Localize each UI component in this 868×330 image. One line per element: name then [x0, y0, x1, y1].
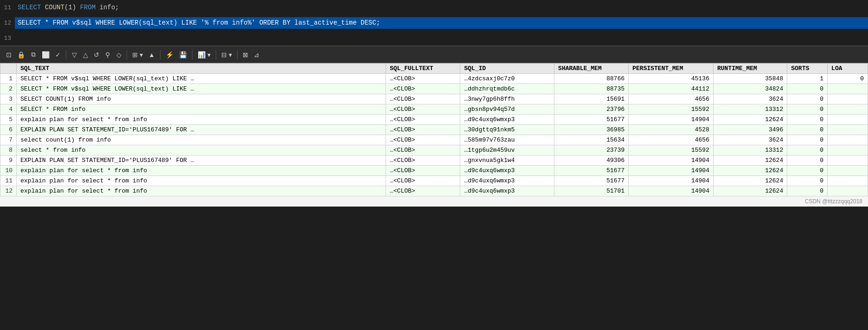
col-header-loa[interactable]: LOA: [828, 64, 868, 74]
search-button[interactable]: ⚲: [103, 49, 113, 60]
cell-sql-text: explain plan for select * from info: [17, 186, 386, 196]
cell-sql-id: …585m97v763zau: [460, 135, 554, 145]
table-row[interactable]: 8select * from info…<CLOB>…1tgp6u2m459uv…: [0, 145, 868, 155]
row-select-button[interactable]: ⊡: [4, 49, 14, 60]
cell-runtime-mem: 12624: [713, 176, 787, 186]
table-row[interactable]: 7select count(1) from info…<CLOB>…585m97…: [0, 135, 868, 145]
table-row[interactable]: 9EXPLAIN PLAN SET STATEMENT_ID='PLUS1674…: [0, 155, 868, 166]
cell-persistent-mem: 4528: [629, 125, 714, 135]
cell-sql-fulltext: …<CLOB>: [386, 135, 460, 145]
cell-sharable-mem: 15634: [554, 135, 629, 145]
cell-loa: [828, 166, 868, 176]
cell-sorts: 0: [787, 135, 828, 145]
check-button[interactable]: ✓: [53, 49, 63, 60]
sql-line-11[interactable]: 11 SELECT COUNT(1) FROM info;: [0, 0, 868, 15]
cell-persistent-mem: 4656: [629, 135, 714, 145]
chart-button[interactable]: 📊 ▾: [195, 49, 213, 60]
cell-rownum: 3: [0, 94, 17, 104]
separator-1: [66, 50, 66, 59]
cell-sharable-mem: 51677: [554, 166, 629, 176]
table-row[interactable]: 12explain plan for select * from info…<C…: [0, 186, 868, 196]
sql-line-13[interactable]: 13: [0, 31, 868, 45]
col-header-runtime-mem[interactable]: RUNTIME_MEM: [713, 64, 787, 74]
clear-button[interactable]: ◇: [114, 49, 124, 60]
table-header-row: SQL_TEXT SQL_FULLTEXT SQL_ID SHARABLE_ME…: [0, 64, 868, 74]
col-header-rownum[interactable]: [0, 64, 17, 74]
sql-editor[interactable]: 11 SELECT COUNT(1) FROM info; 12 SELECT …: [0, 0, 868, 46]
table-row[interactable]: 5explain plan for select * from info…<CL…: [0, 115, 868, 125]
cell-sql-text: SELECT * FROM info: [17, 104, 386, 115]
separator-3: [160, 50, 161, 59]
cell-rownum: 5: [0, 115, 17, 125]
cell-loa: [828, 104, 868, 115]
col-header-sql-text[interactable]: SQL_TEXT: [17, 64, 386, 74]
connect-button[interactable]: ⚡: [163, 49, 176, 60]
table-button[interactable]: ⊟ ▾: [219, 49, 234, 60]
cell-sql-id: …d9c4uxq6wmxp3: [460, 176, 554, 186]
up-button[interactable]: ▲: [146, 49, 157, 60]
filter-up-button[interactable]: △: [80, 49, 90, 60]
cell-sql-fulltext: …<CLOB>: [386, 155, 460, 166]
cell-rownum: 12: [0, 186, 17, 196]
cell-sql-fulltext: …<CLOB>: [386, 166, 460, 176]
grid-button[interactable]: ⊞ ▾: [130, 49, 145, 60]
funnel-button[interactable]: ⊿: [251, 49, 262, 60]
cell-loa: [828, 84, 868, 94]
cell-loa: [828, 94, 868, 104]
cell-sql-text: SELECT * FROM v$sql WHERE LOWER(sql_text…: [17, 74, 386, 84]
cell-sql-text: explain plan for select * from info: [17, 176, 386, 186]
cell-sorts: 0: [787, 176, 828, 186]
cell-sorts: 0: [787, 125, 828, 135]
table-row[interactable]: 1SELECT * FROM v$sql WHERE LOWER(sql_tex…: [0, 74, 868, 84]
cell-persistent-mem: 15592: [629, 104, 714, 115]
table-row[interactable]: 11explain plan for select * from info…<C…: [0, 176, 868, 186]
line-content-13[interactable]: [15, 37, 868, 39]
cell-rownum: 2: [0, 84, 17, 94]
copy-button[interactable]: ⧉: [28, 49, 39, 60]
sql-line-12[interactable]: 12 SELECT * FROM v$sql WHERE LOWER(sql_t…: [0, 15, 868, 31]
separator-5: [216, 50, 216, 59]
cell-loa: [828, 135, 868, 145]
cell-sorts: 0: [787, 186, 828, 196]
cell-rownum: 9: [0, 155, 17, 166]
table-row[interactable]: 3SELECT COUNT(1) FROM info…<CLOB>…3nwy7g…: [0, 94, 868, 104]
cell-runtime-mem: 12624: [713, 155, 787, 166]
line-number-12: 12: [0, 19, 15, 26]
table-row[interactable]: 6EXPLAIN PLAN SET STATEMENT_ID='PLUS1674…: [0, 125, 868, 135]
cell-sql-text: EXPLAIN PLAN SET STATEMENT_ID='PLUS16748…: [17, 125, 386, 135]
cell-sorts: 0: [787, 166, 828, 176]
col-header-persistent-mem[interactable]: PERSISTENT_MEM: [629, 64, 714, 74]
filter-down-button[interactable]: ▽: [69, 49, 79, 60]
cell-rownum: 1: [0, 74, 17, 84]
cell-sql-id: …3nwy7gp6h8ffh: [460, 94, 554, 104]
cell-loa: [828, 125, 868, 135]
line-content-11[interactable]: SELECT COUNT(1) FROM info;: [15, 2, 868, 13]
col-header-sorts[interactable]: SORTS: [787, 64, 828, 74]
cell-loa: [828, 176, 868, 186]
table-row[interactable]: 4SELECT * FROM info…<CLOB>…gbsn8pv94q57d…: [0, 104, 868, 115]
cell-rownum: 11: [0, 176, 17, 186]
col-header-sharable-mem[interactable]: SHARABLE_MEM: [554, 64, 629, 74]
table-row[interactable]: 2SELECT * FROM v$sql WHERE LOWER(sql_tex…: [0, 84, 868, 94]
col-header-sql-id[interactable]: SQL_ID: [460, 64, 554, 74]
separator-4: [192, 50, 193, 59]
cell-sql-id: …1tgp6u2m459uv: [460, 145, 554, 155]
cell-sharable-mem: 51677: [554, 115, 629, 125]
cell-sql-text: SELECT * FROM v$sql WHERE LOWER(sql_text…: [17, 84, 386, 94]
cell-loa: 0: [828, 74, 868, 84]
cell-rownum: 4: [0, 104, 17, 115]
cell-runtime-mem: 13312: [713, 145, 787, 155]
table2-button[interactable]: ⊠: [240, 49, 251, 60]
line-content-12[interactable]: SELECT * FROM v$sql WHERE LOWER(sql_text…: [15, 17, 868, 29]
col-header-sql-fulltext[interactable]: SQL_FULLTEXT: [386, 64, 460, 74]
cell-persistent-mem: 15592: [629, 145, 714, 155]
cell-sharable-mem: 88766: [554, 74, 629, 84]
lock-button[interactable]: 🔒: [15, 49, 27, 60]
cell-sorts: 0: [787, 115, 828, 125]
paste-button[interactable]: ⬜: [39, 49, 52, 60]
toolbar: ⊡ 🔒 ⧉ ⬜ ✓ ▽ △ ↺ ⚲ ◇ ⊞ ▾ ▲ ⚡ 💾 📊 ▾ ⊟ ▾ ⊠ …: [0, 46, 868, 63]
refresh-button[interactable]: ↺: [91, 49, 102, 60]
cell-sharable-mem: 23739: [554, 145, 629, 155]
table-row[interactable]: 10explain plan for select * from info…<C…: [0, 166, 868, 176]
save-button[interactable]: 💾: [177, 49, 189, 60]
